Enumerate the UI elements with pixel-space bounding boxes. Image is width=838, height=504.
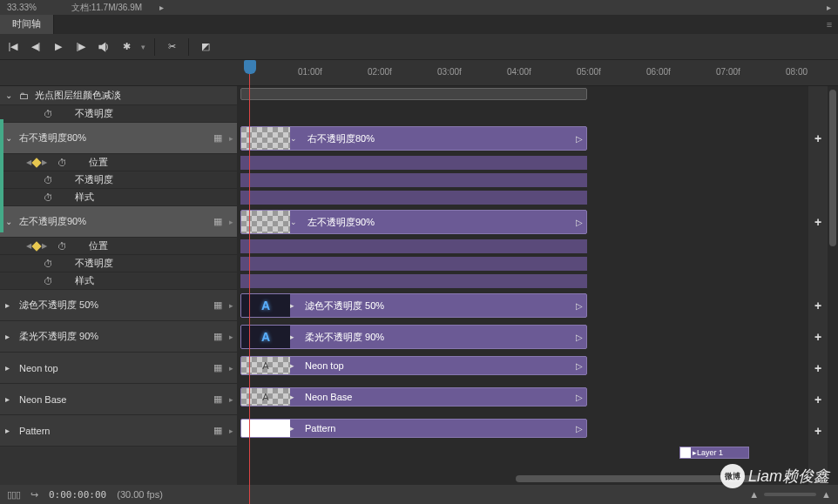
chevron-icon[interactable]: ▸: [229, 218, 233, 226]
property-track[interactable]: [240, 191, 587, 205]
chevron-right-icon[interactable]: ▸: [5, 332, 16, 341]
add-track-button[interactable]: +: [808, 353, 828, 384]
chevron-right-icon[interactable]: ▸: [5, 300, 16, 310]
filmstrip-icon[interactable]: ▦: [213, 425, 226, 436]
layer-row[interactable]: ▸ 柔光不透明度 90% ▦ ▸: [0, 321, 237, 353]
property-row[interactable]: ⏱ 样式: [0, 272, 237, 290]
add-track-button[interactable]: +: [808, 123, 828, 154]
clip-end-icon[interactable]: ▷: [576, 361, 585, 371]
property-row[interactable]: ⏱ 不透明度: [0, 255, 237, 272]
split-button[interactable]: ✂: [164, 39, 179, 55]
playhead[interactable]: [244, 60, 256, 74]
clip[interactable]: A ▸ Neon Base ▷: [240, 387, 587, 407]
layer-row[interactable]: ⌄ 右不透明度80% ▦ ▸: [0, 123, 237, 154]
stopwatch-icon[interactable]: ⏱: [44, 276, 54, 286]
clip-small[interactable]: ▸ Layer 1: [679, 447, 749, 459]
filmstrip-icon[interactable]: ▦: [213, 132, 226, 144]
zoom-in-icon[interactable]: ▲: [821, 489, 831, 500]
clip[interactable]: ⌄ 右不透明度80% ▷: [240, 126, 587, 151]
filmstrip-icon[interactable]: ▦: [213, 299, 226, 311]
settings-icon[interactable]: ✱: [118, 39, 134, 55]
stopwatch-icon[interactable]: ⏱: [44, 192, 54, 203]
layer-group-row[interactable]: ⌄ 🗀 光点图层组颜色减淡: [0, 86, 237, 105]
clip-end-icon[interactable]: ▷: [576, 134, 585, 144]
property-row[interactable]: ◀▶ ⏱ 位置: [0, 238, 237, 255]
layer-row[interactable]: ▸ Neon top ▦ ▸: [0, 353, 237, 384]
time-ruler[interactable]: 01:00f 02:00f 03:00f 04:00f 05:00f 06:00…: [237, 60, 838, 85]
chevron-right-icon[interactable]: ▸: [159, 3, 164, 12]
prev-frame-button[interactable]: ◀|: [28, 39, 44, 55]
chevron-icon[interactable]: ▸: [229, 427, 233, 435]
add-track-button[interactable]: +: [808, 384, 828, 415]
chevron-icon[interactable]: ▸: [229, 301, 233, 310]
chevron-right-icon[interactable]: ▸: [290, 393, 294, 401]
clip[interactable]: ▸ Pattern ▷: [240, 419, 587, 438]
chevron-right-icon[interactable]: ▸: [290, 361, 294, 370]
chevron-icon[interactable]: ▸: [229, 134, 233, 143]
layer-row[interactable]: ▸ Pattern ▦ ▸: [0, 415, 237, 447]
stopwatch-icon[interactable]: ⏱: [44, 175, 54, 185]
chevron-icon[interactable]: ▸: [229, 333, 233, 341]
scrollbar-thumb[interactable]: [829, 90, 836, 246]
chevron-right-icon[interactable]: ▸: [290, 333, 294, 341]
play-button[interactable]: ▶: [51, 39, 66, 55]
tab-timeline[interactable]: 时间轴: [0, 15, 54, 34]
clip-end-icon[interactable]: ▷: [576, 301, 585, 311]
add-track-button[interactable]: +: [808, 415, 828, 447]
transition-button[interactable]: ◩: [198, 39, 213, 55]
property-row[interactable]: ⏱ 样式: [0, 189, 237, 206]
work-area-bar[interactable]: [240, 88, 587, 100]
keyframe-nav[interactable]: ◀▶: [26, 158, 47, 166]
property-track[interactable]: [240, 239, 587, 253]
chevron-down-icon[interactable]: ⌄: [290, 134, 297, 143]
dropdown-icon[interactable]: ▾: [141, 43, 145, 51]
property-row[interactable]: ⏱ 不透明度: [0, 105, 237, 123]
stopwatch-icon[interactable]: ⏱: [57, 158, 68, 168]
chevron-icon[interactable]: ▸: [229, 364, 233, 373]
frames-icon[interactable]: ▯▯▯: [7, 489, 20, 501]
property-row[interactable]: ⏱ 不透明度: [0, 171, 237, 189]
layer-row[interactable]: ▸ Neon Base ▦ ▸: [0, 384, 237, 415]
audio-button[interactable]: [96, 39, 112, 55]
stopwatch-icon[interactable]: ⏱: [44, 109, 54, 119]
chevron-right-icon[interactable]: ▸: [290, 301, 294, 310]
first-frame-button[interactable]: |◀: [5, 39, 21, 55]
chevron-down-icon[interactable]: ⌄: [290, 218, 297, 226]
filmstrip-icon[interactable]: ▦: [213, 393, 226, 405]
chevron-right-icon[interactable]: ▸: [827, 3, 831, 12]
keyframe-diamond-icon[interactable]: [31, 158, 41, 167]
chevron-icon[interactable]: ▸: [229, 395, 233, 404]
add-track-button[interactable]: +: [808, 290, 828, 321]
filmstrip-icon[interactable]: ▦: [213, 362, 226, 373]
add-track-button[interactable]: +: [808, 206, 828, 238]
chevron-down-icon[interactable]: ⌄: [5, 217, 16, 226]
keyframe-diamond-icon[interactable]: [31, 241, 41, 251]
layer-row[interactable]: ⌄ 左不透明度90% ▦ ▸: [0, 206, 237, 238]
clip-end-icon[interactable]: ▷: [576, 333, 585, 342]
stopwatch-icon[interactable]: ⏱: [57, 241, 68, 252]
next-frame-button[interactable]: |▶: [73, 39, 89, 55]
current-time[interactable]: 0:00:00:00: [49, 489, 106, 501]
panel-menu-icon[interactable]: ≡: [821, 15, 838, 34]
clip[interactable]: A ▸ 柔光不透明度 90% ▷: [240, 325, 587, 349]
chevron-right-icon[interactable]: ▸: [290, 424, 294, 433]
clip[interactable]: A ▸ Neon top ▷: [240, 356, 587, 375]
filmstrip-icon[interactable]: ▦: [213, 216, 226, 227]
chevron-right-icon[interactable]: ▸: [5, 426, 16, 435]
property-track[interactable]: [240, 156, 587, 170]
filmstrip-icon[interactable]: ▦: [213, 331, 226, 342]
clip[interactable]: ⌄ 左不透明度90% ▷: [240, 210, 587, 234]
layer-row[interactable]: ▸ 滤色不透明度 50% ▦ ▸: [0, 290, 237, 321]
property-row[interactable]: ◀▶ ⏱ 位置: [0, 154, 237, 171]
zoom-level[interactable]: 33.33%: [7, 3, 37, 12]
property-track[interactable]: [240, 274, 587, 288]
property-track[interactable]: [240, 173, 587, 187]
chevron-down-icon[interactable]: ⌄: [5, 133, 16, 143]
clip[interactable]: A ▸ 滤色不透明度 50% ▷: [240, 293, 587, 318]
zoom-slider[interactable]: [764, 493, 816, 496]
clip-end-icon[interactable]: ▷: [576, 424, 585, 433]
chevron-right-icon[interactable]: ▸: [5, 363, 16, 373]
share-icon[interactable]: ↪: [30, 489, 38, 501]
clip-end-icon[interactable]: ▷: [576, 393, 585, 402]
vertical-scrollbar[interactable]: [828, 86, 838, 485]
